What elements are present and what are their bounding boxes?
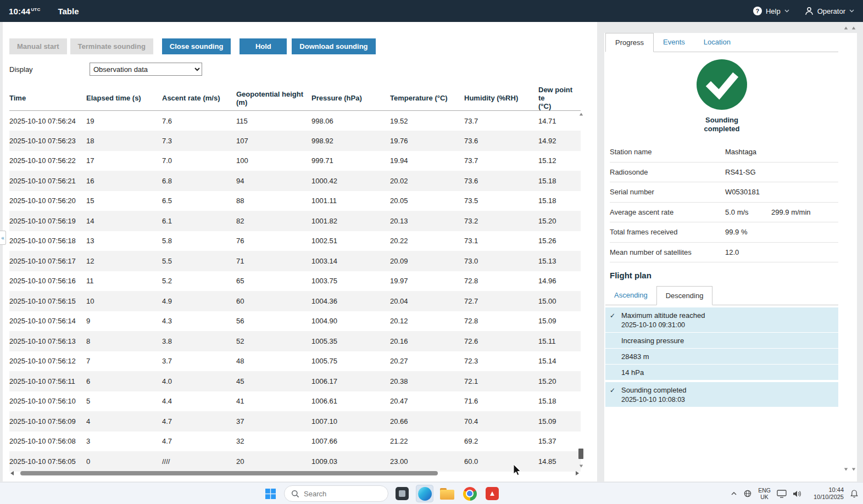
table-cell: 1006.61	[311, 391, 390, 412]
scroll-up-icon[interactable]	[580, 113, 583, 116]
monitor-icon[interactable]	[777, 490, 787, 498]
page-scroll-up-arrows[interactable]	[844, 26, 856, 30]
flight-plan-event: ✓Sounding completed2025-10-10 10:08:03	[605, 382, 838, 407]
help-menu[interactable]: ? Help	[753, 7, 789, 15]
scroll-left-icon[interactable]	[10, 471, 14, 475]
table-row[interactable]: 2025-10-10 07:56:1383.8521005.3520.1672.…	[9, 331, 581, 351]
table-cell: 5	[86, 391, 162, 412]
table-cell: 6.1	[162, 211, 236, 231]
flight-plan-tab-ascending[interactable]: Ascending	[605, 286, 656, 305]
table-cell: 21.22	[390, 432, 464, 452]
hold-button[interactable]: Hold	[240, 38, 287, 54]
notifications-icon[interactable]	[850, 489, 859, 499]
scroll-down-icon[interactable]	[852, 468, 855, 471]
windows-logo-icon	[265, 489, 276, 499]
network-icon[interactable]	[743, 489, 752, 498]
flight-plan-event-text: 28483 m	[621, 352, 649, 361]
table-row[interactable]: 2025-10-10 07:56:23187.3107998.9219.7673…	[9, 131, 581, 151]
operator-menu[interactable]: Operator	[805, 7, 854, 15]
table-cell: 71.6	[464, 391, 538, 412]
scroll-up-icon[interactable]	[844, 27, 848, 30]
edge-browser-button[interactable]	[416, 485, 433, 502]
table-cell: 15.37	[538, 432, 581, 452]
table-row[interactable]: 2025-10-10 07:56:19146.1821001.8220.1373…	[9, 211, 581, 231]
table-row[interactable]: 2025-10-10 07:56:1164.0451006.1720.3872.…	[9, 371, 581, 391]
taskbar-date: 10/10/2025	[814, 494, 844, 501]
table-cell: 72.1	[464, 371, 538, 391]
table-row[interactable]: 2025-10-10 07:56:050////201009.0323.0060…	[9, 451, 581, 472]
vertical-scroll-thumb[interactable]	[578, 449, 583, 459]
table-cell: 4.7	[162, 432, 236, 452]
taskbar-search[interactable]	[284, 485, 388, 502]
table-row[interactable]: 2025-10-10 07:56:24197.6115998.0619.5273…	[9, 111, 581, 131]
table-cell: 17	[86, 151, 162, 171]
table-cell: 3.8	[162, 331, 236, 351]
taskbar-clock[interactable]: 10:44 10/10/2025	[814, 486, 844, 501]
table-row[interactable]: 2025-10-10 07:56:15104.9601004.3620.0472…	[9, 291, 581, 311]
table-header-row: TimeElapsed time (s)Ascent rate (m/s)Geo…	[9, 86, 581, 111]
check-icon: ✓	[610, 311, 621, 329]
table-row[interactable]: 2025-10-10 07:56:21166.8941000.4220.0273…	[9, 171, 581, 191]
table-cell: 5.8	[162, 231, 236, 251]
table-cell: 2025-10-10 07:56:05	[9, 451, 86, 472]
red-app-button[interactable]	[483, 485, 501, 502]
table-row[interactable]: 2025-10-10 07:56:1273.7481005.7520.2772.…	[9, 351, 581, 372]
search-input[interactable]	[304, 490, 375, 498]
table-cell: 1006.17	[311, 371, 390, 391]
edge-icon	[418, 487, 432, 501]
column-header-time: Time	[9, 86, 86, 111]
download-sounding-button[interactable]: Download sounding	[292, 38, 375, 54]
page-scroll-down-arrows[interactable]	[844, 468, 856, 471]
table-cell: 2025-10-10 07:56:23	[9, 131, 86, 151]
tab-progress[interactable]: Progress	[605, 33, 654, 52]
table-cell: 1005.75	[311, 351, 390, 372]
table-cell: 107	[236, 131, 311, 151]
info-list: Station nameMashtagaRadiosondeRS41-SGSer…	[610, 142, 838, 262]
scroll-down-icon[interactable]	[844, 468, 848, 471]
info-label: Radiosonde	[610, 168, 725, 176]
chrome-browser-button[interactable]	[461, 485, 478, 502]
table-row[interactable]: 2025-10-10 07:56:22177.0100999.7119.9473…	[9, 151, 581, 171]
table-row[interactable]: 2025-10-10 07:56:0834.7321007.6621.2269.…	[9, 432, 581, 452]
table-cell: 2025-10-10 07:56:18	[9, 231, 86, 251]
collapse-panel-button[interactable]: «	[0, 231, 6, 245]
tab-events[interactable]: Events	[654, 33, 694, 52]
table-cell: 20.09	[390, 251, 464, 271]
scroll-right-icon[interactable]	[576, 471, 579, 475]
observation-table: TimeElapsed time (s)Ascent rate (m/s)Geo…	[9, 86, 581, 472]
table-row[interactable]: 2025-10-10 07:56:1494.3561004.9020.1272.…	[9, 311, 581, 332]
scroll-down-icon[interactable]	[580, 465, 583, 468]
table-cell: 15	[86, 191, 162, 211]
table-cell: 2025-10-10 07:56:11	[9, 371, 86, 391]
hidden-icons-chevron[interactable]	[731, 491, 737, 496]
horizontal-scrollbar[interactable]	[10, 470, 579, 477]
start-button[interactable]	[261, 485, 279, 502]
table-cell: 8	[86, 331, 162, 351]
table-cell: 20.38	[390, 371, 464, 391]
app-icon-dark-window[interactable]	[393, 485, 411, 502]
flight-plan-tab-descending[interactable]: Descending	[656, 286, 713, 305]
file-explorer-button[interactable]	[438, 485, 456, 502]
horizontal-scroll-thumb[interactable]	[20, 471, 438, 475]
table-cell: 52	[236, 331, 311, 351]
table-row[interactable]: 2025-10-10 07:56:20156.5881001.1120.0573…	[9, 191, 581, 211]
utc-clock: 10:44UTC	[9, 7, 40, 16]
info-value: 5.0 m/s	[725, 208, 771, 216]
vertical-scrollbar[interactable]	[578, 111, 584, 468]
flight-plan-event-text: Sounding completed2025-10-10 10:08:03	[621, 386, 687, 404]
table-cell: 19	[86, 111, 162, 131]
close-sounding-button[interactable]: Close sounding	[162, 38, 231, 54]
table-row[interactable]: 2025-10-10 07:56:16115.2651003.7519.9772…	[9, 271, 581, 292]
event-title: Maximum altitude reached	[621, 311, 705, 320]
tab-location[interactable]: Location	[694, 33, 740, 52]
scroll-up-icon[interactable]	[852, 27, 855, 30]
table-cell: 5.2	[162, 271, 236, 292]
volume-icon[interactable]	[793, 490, 802, 498]
table-row[interactable]: 2025-10-10 07:56:1054.4411006.6120.4771.…	[9, 391, 581, 412]
table-cell: 2025-10-10 07:56:21	[9, 171, 86, 191]
display-select[interactable]: Observation data	[90, 63, 202, 76]
table-row[interactable]: 2025-10-10 07:56:0944.7371007.1020.6670.…	[9, 411, 581, 432]
language-indicator[interactable]: ENG UK	[758, 487, 771, 500]
table-row[interactable]: 2025-10-10 07:56:17125.5711003.1420.0973…	[9, 251, 581, 271]
table-row[interactable]: 2025-10-10 07:56:18135.8761002.5120.2273…	[9, 231, 581, 251]
